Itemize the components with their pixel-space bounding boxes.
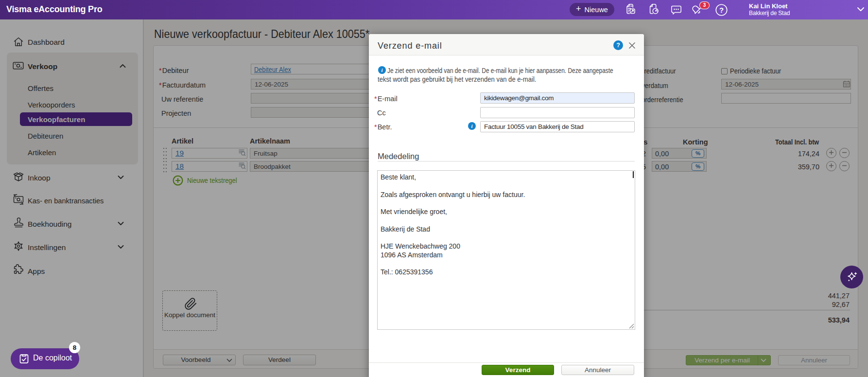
svg-text:?: ? (719, 6, 724, 14)
